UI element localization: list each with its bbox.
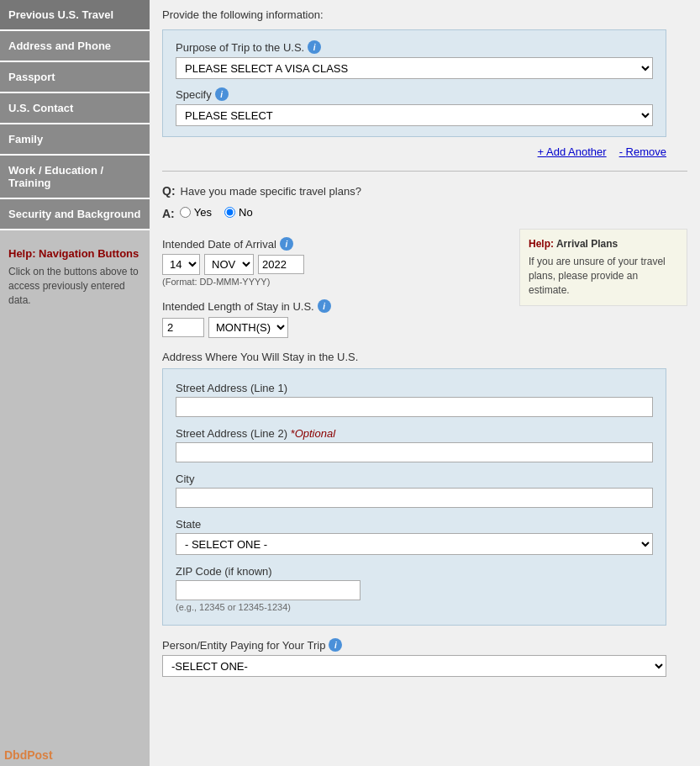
sidebar-item-us-contact[interactable]: U.S. Contact (0, 93, 150, 124)
sidebar-help: Help: Navigation Buttons Click on the bu… (0, 239, 150, 315)
street2-label-text: Street Address (Line 2) (176, 427, 287, 440)
city-field: City (176, 473, 653, 508)
zip-field: ZIP Code (if known) (e.g., 12345 or 1234… (176, 565, 653, 612)
arrival-help-box: Help: Arrival Plans If you are unsure of… (519, 229, 687, 306)
remove-button[interactable]: Remove (619, 145, 666, 158)
street1-field: Street Address (Line 1) (176, 382, 653, 417)
zip-input[interactable] (176, 580, 361, 600)
add-remove-row: Add Another Remove (162, 145, 666, 158)
sidebar-help-body: Click on the buttons above to access pre… (8, 265, 141, 307)
purpose-label-text: Purpose of Trip to the U.S. (176, 41, 304, 54)
yes-label: Yes (194, 206, 212, 219)
arrival-date-label: Intended Date of Arrival i (162, 237, 503, 251)
state-select[interactable]: - SELECT ONE - AlabamaAlaskaArizonaArkan… (176, 533, 653, 555)
person-paying-info-icon[interactable]: i (329, 638, 342, 652)
q-text: Have you made specific travel plans? (181, 185, 361, 198)
purpose-label: Purpose of Trip to the U.S. i (176, 40, 653, 54)
date-row: 14 12345 678910 1112131516 1718192021 22… (162, 254, 503, 275)
add-another-button[interactable]: Add Another (538, 145, 607, 158)
no-label: No (239, 206, 253, 219)
person-paying-section: Person/Entity Paying for Your Trip i -SE… (162, 638, 666, 677)
specify-label: Specify i (176, 87, 653, 101)
length-unit-select[interactable]: DAY(S)WEEK(S)MONTH(S)YEAR(S) (208, 317, 288, 338)
specify-label-text: Specify (176, 88, 212, 101)
sidebar-item-address-phone[interactable]: Address and Phone (0, 31, 150, 62)
sidebar-item-family[interactable]: Family (0, 124, 150, 156)
person-paying-label-text: Person/Entity Paying for Your Trip (162, 639, 325, 652)
sidebar-item-security-background[interactable]: Security and Background (0, 199, 150, 230)
help-title-main: Navigation Buttons (36, 247, 139, 260)
divider-1 (162, 171, 687, 172)
sidebar: Previous U.S. Travel Address and Phone P… (0, 0, 150, 766)
provide-info-title: Provide the following information: (162, 8, 687, 21)
address-title: Address Where You Will Stay in the U.S. (162, 351, 687, 363)
sidebar-item-previous-travel[interactable]: Previous U.S. Travel (0, 0, 150, 31)
length-label: Intended Length of Stay in U.S. i (162, 299, 503, 313)
length-info-icon[interactable]: i (318, 299, 331, 313)
yes-option[interactable]: Yes (180, 206, 212, 219)
arrival-layout: Intended Date of Arrival i 14 12345 6789… (162, 229, 687, 338)
q-label: Q: (162, 184, 176, 198)
sidebar-item-work-education[interactable]: Work / Education / Training (0, 156, 150, 199)
arrival-label-text: Intended Date of Arrival (162, 238, 276, 251)
watermark: DbdPost (4, 748, 53, 762)
arrival-help-prefix: Help: (529, 238, 554, 250)
yes-radio[interactable] (180, 207, 191, 218)
no-radio[interactable] (224, 207, 235, 218)
purpose-select[interactable]: PLEASE SELECT A VISA CLASS (176, 57, 653, 79)
length-row: DAY(S)WEEK(S)MONTH(S)YEAR(S) (162, 317, 503, 338)
date-format-hint: (Format: DD-MMM-YYYY) (162, 277, 503, 287)
person-paying-label: Person/Entity Paying for Your Trip i (162, 638, 666, 652)
specify-select[interactable]: PLEASE SELECT (176, 104, 653, 126)
address-box: Street Address (Line 1) Street Address (… (162, 368, 666, 626)
state-label: State (176, 518, 653, 531)
zip-hint: (e.g., 12345 or 12345-1234) (176, 602, 653, 612)
city-input[interactable] (176, 488, 653, 508)
qa-row: Q: Have you made specific travel plans? … (162, 184, 687, 220)
arrival-help-title: Help: Arrival Plans (529, 238, 678, 250)
no-option[interactable]: No (224, 206, 253, 219)
length-stay-section: Intended Length of Stay in U.S. i DAY(S)… (162, 299, 503, 338)
year-input[interactable] (258, 255, 304, 274)
address-section: Address Where You Will Stay in the U.S. … (162, 351, 687, 626)
specify-info-icon[interactable]: i (215, 87, 229, 101)
a-label: A: (162, 207, 175, 220)
arrival-main: Intended Date of Arrival i 14 12345 6789… (162, 229, 503, 338)
length-label-text: Intended Length of Stay in U.S. (162, 300, 314, 313)
sidebar-item-passport[interactable]: Passport (0, 62, 150, 93)
arrival-help-main: Arrival Plans (554, 238, 618, 250)
street2-input[interactable] (176, 442, 653, 462)
yes-no-row: Yes No (180, 206, 253, 219)
street1-label: Street Address (Line 1) (176, 382, 653, 394)
month-select[interactable]: JANFEBMARAPR MAYJUNJULAUG SEPOCTNOVDEC (204, 254, 254, 275)
main-content: Provide the following information: Purpo… (150, 0, 700, 766)
arrival-info-icon[interactable]: i (280, 237, 293, 251)
trip-purpose-box: Purpose of Trip to the U.S. i PLEASE SEL… (162, 29, 666, 137)
street1-input[interactable] (176, 397, 653, 417)
street2-field: Street Address (Line 2) *Optional (176, 427, 653, 462)
street2-optional: *Optional (291, 427, 335, 440)
sidebar-help-title: Help: Navigation Buttons (8, 247, 141, 260)
help-prefix: Help: (8, 247, 36, 260)
person-paying-select[interactable]: -SELECT ONE- Self U.S. Petitioner Other … (162, 655, 666, 677)
state-field: State - SELECT ONE - AlabamaAlaskaArizon… (176, 518, 653, 555)
purpose-info-icon[interactable]: i (308, 40, 321, 54)
arrival-help-body: If you are unsure of your travel plans, … (529, 255, 678, 297)
length-input[interactable] (162, 318, 204, 337)
day-select[interactable]: 14 12345 678910 1112131516 1718192021 22… (162, 254, 200, 275)
city-label: City (176, 473, 653, 485)
street2-label: Street Address (Line 2) *Optional (176, 427, 653, 440)
zip-label: ZIP Code (if known) (176, 565, 653, 578)
